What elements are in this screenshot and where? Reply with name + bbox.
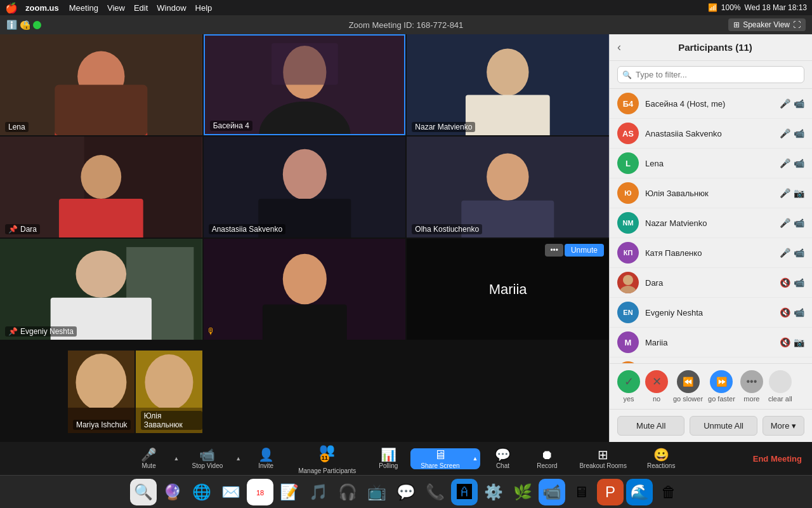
list-item[interactable]: КП Катя Павленко 🎤 📹 xyxy=(610,238,812,268)
list-item[interactable]: AS Anastasiia Sakvenko 🎤 📹 xyxy=(610,119,812,149)
mute-label: Mute xyxy=(141,462,155,469)
more-options-button[interactable]: ••• xyxy=(545,244,563,257)
menu-meeting[interactable]: Meeting xyxy=(69,3,98,13)
list-item[interactable]: M Mariia 🔇 📷 xyxy=(610,328,812,358)
svg-point-32 xyxy=(145,354,193,410)
dock-powerpoint[interactable]: P xyxy=(597,479,624,505)
video-icon-7: 📹 xyxy=(794,277,804,288)
record-button[interactable]: ⏺ Record xyxy=(525,448,569,469)
unmute-all-button[interactable]: Unmute All xyxy=(690,416,757,436)
dock-messages[interactable]: 💬 xyxy=(393,479,419,505)
share-chevron[interactable]: ▲ xyxy=(470,455,481,462)
list-item[interactable]: Dara 🔇 📹 xyxy=(610,268,812,298)
fullscreen-button[interactable] xyxy=(33,21,41,29)
mute-button[interactable]: 🎤 Mute xyxy=(127,448,171,469)
chevron-up-icon-2: ▲ xyxy=(235,455,241,462)
menu-window[interactable]: Window xyxy=(157,3,186,13)
video-cell-olha[interactable]: Olha Kostiuchenko xyxy=(407,137,609,237)
video-cell-mariia[interactable]: Mariia Unmute ••• xyxy=(407,239,609,340)
security-icon[interactable]: 🔒 xyxy=(21,20,32,30)
breakout-rooms-button[interactable]: ⊞ Breakout Rooms xyxy=(569,448,636,469)
video-cell-anastasiia[interactable]: Anastasiia Sakvenko xyxy=(204,137,406,237)
video-icon-2: 📹 xyxy=(794,128,804,138)
svg-rect-10 xyxy=(466,95,550,135)
video-cell-mariya[interactable]: Mariya Ishchuk xyxy=(68,351,134,433)
slower-icon: ⏪ xyxy=(677,370,700,393)
dock-edge[interactable]: 🌊 xyxy=(626,479,653,505)
video-chevron[interactable]: ▲ xyxy=(233,455,244,462)
list-item[interactable]: NM Nazar Matvienko 🎤 📹 xyxy=(610,208,812,238)
dock-siri[interactable]: 🔮 xyxy=(159,479,186,505)
p-icons-1: 🎤 📹 xyxy=(780,98,804,109)
share-screen-button[interactable]: 🖥 Share Screen xyxy=(410,448,469,469)
end-meeting-button[interactable]: End Meeting xyxy=(753,454,802,464)
stop-video-button[interactable]: 📹 Stop Video xyxy=(182,448,233,469)
manage-participants-button[interactable]: 👥 11 Manage Participants xyxy=(288,443,366,474)
list-item[interactable]: EN Evgeniy Neshta 🔇 📹 xyxy=(610,298,812,328)
dock-screen-sharing[interactable]: 🖥 xyxy=(568,479,594,505)
dock-apple-tv[interactable]: 📺 xyxy=(363,479,390,505)
dock-music[interactable]: 🎵 xyxy=(305,479,332,505)
dock-notes[interactable]: 📝 xyxy=(276,479,303,505)
list-item[interactable]: L Lena 🎤 📹 xyxy=(610,149,812,178)
polling-button[interactable]: 📊 Polling xyxy=(366,448,410,469)
reaction-more[interactable]: ••• more xyxy=(740,370,763,403)
video-icon-8: 📹 xyxy=(794,307,804,318)
menu-help[interactable]: Help xyxy=(195,3,213,13)
stop-video-group: 📹 Stop Video ▲ xyxy=(182,448,244,469)
reactions-button[interactable]: 😀 Reactions xyxy=(637,448,685,469)
video-cell-evgeniy[interactable]: 📌 Evgeniy Neshta xyxy=(0,239,202,340)
filter-input[interactable] xyxy=(617,66,804,83)
yes-icon: ✓ xyxy=(617,370,640,393)
invite-button[interactable]: 👤 Invite xyxy=(244,448,288,469)
app-name: zoom.us xyxy=(25,3,59,13)
menu-items: Meeting View Edit Window Help xyxy=(69,3,213,13)
video-cell-lena[interactable]: Lena xyxy=(0,34,202,135)
reaction-faster[interactable]: ⏩ go faster xyxy=(708,370,735,403)
dock-podcasts[interactable]: 🎧 xyxy=(334,479,361,505)
unmute-button[interactable]: Unmute xyxy=(565,244,604,257)
reaction-yes[interactable]: ✓ yes xyxy=(617,370,640,403)
dock-chrome[interactable]: 🌐 xyxy=(188,479,215,505)
video-cell-yulia[interactable]: Юлія Завальнюк xyxy=(136,351,202,433)
list-item[interactable]: Ю Юлія Завальнюк 🎤 📷 xyxy=(610,178,812,208)
dock-zoom[interactable]: 📹 xyxy=(539,479,565,505)
faster-icon: ⏩ xyxy=(710,370,733,393)
apple-menu[interactable]: 🍎 xyxy=(5,2,18,14)
dock-calendar[interactable]: 18 xyxy=(247,479,273,505)
dock-mail[interactable]: ✉️ xyxy=(218,479,244,505)
speaker-view-button[interactable]: ⊞ Speaker View ⛶ xyxy=(728,18,806,31)
video-area: Lena Басейна 4 xyxy=(0,34,609,442)
more-options-sidebar-button[interactable]: More ▾ xyxy=(763,416,804,436)
list-item[interactable]: Б4 Басейна 4 (Host, me) 🎤 📹 xyxy=(610,89,812,119)
dock-appstore[interactable]: 🅰 xyxy=(451,479,478,505)
mute-all-button[interactable]: Mute All xyxy=(617,416,684,436)
video-cell-small[interactable]: 🎙 xyxy=(204,239,406,340)
chat-button[interactable]: 💬 Chat xyxy=(480,448,525,469)
dock-system-prefs[interactable]: ⚙️ xyxy=(480,479,507,505)
video-cell-baseine4[interactable]: Басейна 4 xyxy=(204,34,406,135)
mute-chevron[interactable]: ▲ xyxy=(171,455,182,462)
video-cell-dara[interactable]: 📌 Dara xyxy=(0,137,202,237)
menu-view[interactable]: View xyxy=(107,3,125,13)
dock-facetime[interactable]: 📞 xyxy=(422,479,449,505)
reaction-clear[interactable]: clear all xyxy=(768,370,792,403)
svg-point-35 xyxy=(619,286,637,293)
p-icons-3: 🎤 📹 xyxy=(780,158,804,168)
collapse-button[interactable]: ‹ xyxy=(617,41,621,54)
main-layout: Lena Басейна 4 xyxy=(0,34,812,442)
mic-toolbar-icon: 🎤 xyxy=(141,448,157,461)
p-name-6: Катя Павленко xyxy=(645,248,780,258)
p-name-9: Mariia xyxy=(645,338,780,347)
dock-evernote[interactable]: 🌿 xyxy=(509,479,536,505)
reaction-no[interactable]: ✕ no xyxy=(645,370,668,403)
reaction-slower[interactable]: ⏪ go slower xyxy=(673,370,703,403)
dock-trash[interactable]: 🗑 xyxy=(655,479,682,505)
svg-point-13 xyxy=(81,155,121,199)
video-cell-nazar[interactable]: Nazar Matvienko xyxy=(407,34,609,135)
dock-finder[interactable]: 🔍 xyxy=(130,479,157,505)
list-item[interactable]: Olha Kostiuchenko 🎤 📹 xyxy=(610,358,812,363)
menu-edit[interactable]: Edit xyxy=(134,3,148,13)
info-icon[interactable]: ℹ️ xyxy=(6,20,17,30)
more-reaction-label: more xyxy=(743,395,759,403)
